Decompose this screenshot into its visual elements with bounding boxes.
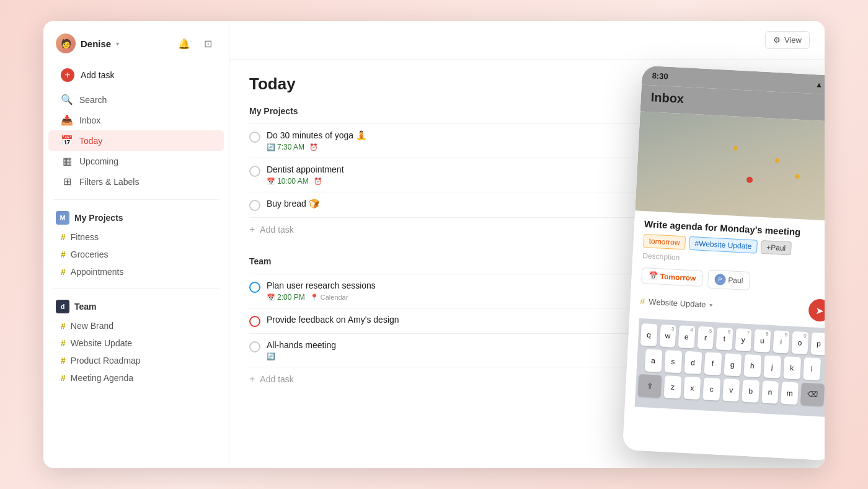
map-dot-yellow-3 bbox=[733, 146, 737, 150]
key-l[interactable]: l bbox=[803, 357, 821, 380]
key-g[interactable]: g bbox=[724, 353, 742, 376]
key-i[interactable]: i9 bbox=[773, 330, 789, 353]
add-task-label: Add task bbox=[81, 70, 114, 80]
mobile-meta-row: 📅 Tomorrow P Paul bbox=[641, 266, 825, 295]
sidebar-item-today-label: Today bbox=[79, 136, 102, 146]
mobile-send-button[interactable]: ➤ bbox=[808, 298, 825, 322]
key-m[interactable]: m bbox=[781, 382, 798, 405]
mobile-tag-tomorrow[interactable]: tomorrow bbox=[643, 234, 686, 250]
key-h[interactable]: h bbox=[743, 354, 761, 377]
sidebar-item-fitness[interactable]: # Fitness bbox=[51, 228, 221, 246]
sidebar-item-appointments[interactable]: # Appointments bbox=[51, 263, 221, 280]
map-dot-yellow-2 bbox=[795, 174, 799, 179]
sidebar-item-inbox[interactable]: 📥 Inbox bbox=[48, 110, 224, 130]
add-task-button[interactable]: + Add task bbox=[48, 63, 224, 87]
key-y[interactable]: y7 bbox=[735, 328, 751, 351]
today-icon: 📅 bbox=[61, 135, 73, 146]
mobile-map-area bbox=[635, 111, 825, 222]
view-button[interactable]: ⚙ View bbox=[765, 31, 810, 49]
sidebar-item-inbox-label: Inbox bbox=[79, 115, 100, 125]
task-time: 📅 10:00 AM bbox=[267, 177, 309, 186]
alarm-icon: ⏰ bbox=[314, 177, 322, 186]
notification-icon[interactable]: 🔔 bbox=[175, 35, 193, 52]
view-button-label: View bbox=[784, 35, 802, 45]
sidebar-item-today[interactable]: 📅 Today bbox=[48, 130, 224, 151]
task-checkbox[interactable] bbox=[249, 166, 260, 177]
key-t[interactable]: t6 bbox=[716, 327, 733, 350]
sync-icon: 🔄 bbox=[267, 143, 275, 151]
layout-icon[interactable]: ⊡ bbox=[199, 35, 216, 52]
task-checkbox-red[interactable] bbox=[249, 316, 260, 327]
calendar-icon: 📅 bbox=[267, 177, 275, 186]
key-a[interactable]: a bbox=[644, 349, 662, 372]
key-j[interactable]: j bbox=[763, 355, 781, 378]
sidebar-item-filters[interactable]: ⊞ Filters & Labels bbox=[48, 171, 224, 192]
my-projects-header[interactable]: M My Projects bbox=[48, 207, 224, 228]
key-backspace[interactable]: ⌫ bbox=[800, 383, 825, 406]
key-s[interactable]: s bbox=[664, 350, 682, 373]
key-x[interactable]: x bbox=[683, 377, 701, 400]
key-o[interactable]: o0 bbox=[791, 331, 808, 354]
sidebar-item-product-roadmap[interactable]: # Product Roadmap bbox=[51, 352, 221, 369]
mobile-time: 8:30 bbox=[652, 71, 668, 81]
key-c[interactable]: c bbox=[703, 377, 720, 400]
sidebar-item-upcoming[interactable]: ▦ Upcoming bbox=[48, 151, 224, 171]
key-q[interactable]: q bbox=[640, 323, 657, 346]
hash-icon: # bbox=[61, 232, 66, 242]
wifi-icon: ▲ bbox=[815, 80, 823, 89]
sidebar-item-filters-label: Filters & Labels bbox=[79, 177, 139, 187]
task-checkbox-blue[interactable] bbox=[249, 282, 260, 293]
add-task-plus-icon: + bbox=[61, 68, 74, 82]
hash-icon: # bbox=[61, 249, 66, 259]
map-dot-red bbox=[746, 177, 753, 184]
mobile-tag-paul[interactable]: +Paul bbox=[761, 240, 792, 256]
add-plus-icon: + bbox=[249, 374, 255, 385]
mobile-hash-icon: # bbox=[640, 296, 645, 306]
team-header[interactable]: d Team bbox=[48, 296, 224, 317]
key-n[interactable]: n bbox=[761, 380, 779, 403]
sliders-icon: ⚙ bbox=[773, 35, 781, 45]
task-checkbox[interactable] bbox=[249, 341, 260, 352]
sidebar-header: 🧑 Denise ▾ 🔔 ⊡ bbox=[43, 34, 229, 63]
sidebar-item-search[interactable]: 🔍 Search bbox=[48, 89, 224, 110]
key-r[interactable]: r5 bbox=[697, 326, 714, 349]
key-b[interactable]: b bbox=[742, 380, 760, 403]
username: Denise bbox=[81, 38, 111, 49]
key-u[interactable]: u8 bbox=[754, 330, 771, 352]
task-checkbox[interactable] bbox=[249, 132, 260, 143]
sidebar-item-groceries[interactable]: # Groceries bbox=[51, 246, 221, 263]
paul-avatar: P bbox=[714, 274, 726, 285]
key-f[interactable]: f bbox=[704, 352, 722, 375]
task-checkbox[interactable] bbox=[249, 200, 260, 211]
task-time: 🔄 bbox=[267, 352, 275, 361]
filters-icon: ⊞ bbox=[61, 176, 73, 187]
key-v[interactable]: v bbox=[722, 379, 740, 402]
mobile-keyboard: q w3 e4 r5 t6 y7 u8 i9 o0 p a s d f g bbox=[635, 318, 825, 417]
sidebar-item-new-brand[interactable]: # New Brand bbox=[51, 317, 221, 334]
add-plus-icon: + bbox=[249, 224, 255, 235]
task-time: 📅 2:00 PM bbox=[267, 293, 305, 302]
mobile-status-icons: ▲ ▐▐ ▮ bbox=[815, 80, 825, 90]
my-projects-avatar: M bbox=[56, 211, 69, 225]
key-d[interactable]: d bbox=[684, 351, 702, 374]
hash-icon: # bbox=[61, 321, 66, 331]
key-k[interactable]: k bbox=[783, 356, 801, 379]
mobile-tag-website-update[interactable]: #Website Update bbox=[689, 236, 758, 254]
sidebar-item-meeting-agenda[interactable]: # Meeting Agenda bbox=[51, 369, 221, 387]
mobile-tomorrow-button[interactable]: 📅 Tomorrow bbox=[641, 267, 703, 287]
key-shift[interactable]: ⇧ bbox=[638, 374, 662, 398]
key-p[interactable]: p bbox=[810, 332, 825, 355]
key-e[interactable]: e4 bbox=[678, 325, 695, 348]
project-appointments-label: Appointments bbox=[71, 267, 124, 277]
sidebar-item-website-update[interactable]: # Website Update bbox=[51, 334, 221, 352]
add-task-label: Add task bbox=[260, 225, 293, 235]
sidebar-action-icons: 🔔 ⊡ bbox=[175, 35, 216, 52]
project-website-update-label: Website Update bbox=[71, 338, 132, 348]
inbox-icon: 📥 bbox=[61, 114, 73, 126]
chevron-down-icon: ▾ bbox=[116, 40, 119, 47]
user-menu[interactable]: 🧑 Denise ▾ bbox=[56, 34, 119, 53]
team-section: d Team # New Brand # Website Update # Pr… bbox=[43, 296, 229, 387]
mobile-paul-button[interactable]: P Paul bbox=[707, 270, 751, 291]
key-z[interactable]: z bbox=[664, 375, 681, 398]
key-w[interactable]: w3 bbox=[659, 325, 676, 348]
